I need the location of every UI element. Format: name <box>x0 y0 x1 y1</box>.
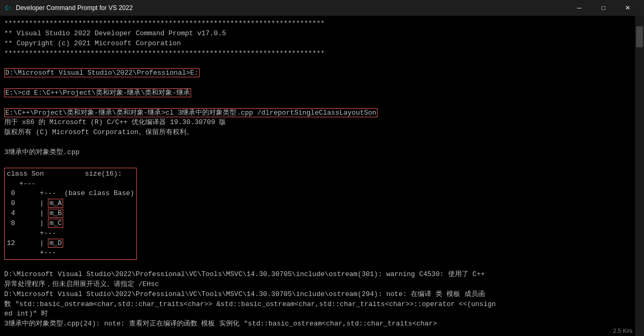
prompt-line-3: E:\C++\Project\类和对象-继承\类和对象-继承>cl 3继承中的对… <box>4 108 640 118</box>
stars-line-1: ****************************************… <box>4 19 640 29</box>
blank-3 <box>4 98 640 108</box>
copyright-line: ** Copyright (c) 2021 Microsoft Corporat… <box>4 39 640 49</box>
window-controls: ─ □ ✕ <box>567 0 640 16</box>
stars-line-2: ****************************************… <box>4 49 640 59</box>
minimize-button[interactable]: ─ <box>567 0 591 16</box>
prompt-highlight-1: D:\Microsoft Visual Studio\2022\Professi… <box>4 68 200 77</box>
prompt-highlight-3: E:\C++\Project\类和对象-继承\类和对象-继承>cl 3继承中的对… <box>4 108 378 117</box>
warn-line-1: D:\Microsoft Visual Studio\2022\Professi… <box>4 270 640 280</box>
close-button[interactable]: ✕ <box>616 0 640 16</box>
maximize-button[interactable]: □ <box>591 0 616 16</box>
blank-6 <box>4 260 640 270</box>
class-mb-line: 4 | m_B <box>7 209 134 219</box>
title-bar: C: Developer Command Prompt for VS 2022 … <box>0 0 644 16</box>
prompt-highlight-2: E:\>cd E:\C++\Project\类和对象-继承\类和对象-继承 <box>4 88 191 97</box>
compiler-line-1: 用于 x86 的 Microsoft (R) C/C++ 优化编译器 19.30… <box>4 118 640 128</box>
warn-line-6: 3继承中的对象类型.cpp(24): note: 查看对正在编译的函数 模板 实… <box>4 319 640 329</box>
blank-2 <box>4 78 640 88</box>
class-md-line: 12 | m_D <box>7 239 134 249</box>
class-def-line: class Son size(16): <box>7 169 134 179</box>
prompt-line-2: E:\>cd E:\C++\Project\类和对象-继承\类和对象-继承 <box>4 88 640 98</box>
compiler-line-2: 版权所有 (C) Microsoft Corporation。保留所有权利。 <box>4 128 640 138</box>
warn-line-4: 数 "std::basic_ostream<char,std::char_tra… <box>4 300 640 310</box>
scrollbar-thumb[interactable] <box>636 26 643 47</box>
app-icon: C: <box>4 4 13 12</box>
warn-line-3: D:\Microsoft Visual Studio\2022\Professi… <box>4 290 640 300</box>
network-speed: 2.5 Ki/s <box>613 328 632 334</box>
mc-highlight: m_C <box>48 219 63 228</box>
class-plus-line-2: +--- <box>7 229 134 239</box>
class-layout-block: class Son size(16): +--- 0 +--- (base cl… <box>4 168 137 260</box>
mb-highlight: m_B <box>48 209 63 218</box>
class-ma-line: 0 | m_A <box>7 199 134 209</box>
blank-4 <box>4 138 640 148</box>
warn-line-5: ed int)" 时 <box>4 309 640 319</box>
class-mc-line: 8 | m_C <box>7 219 134 229</box>
blank-1 <box>4 58 640 68</box>
filename-line: 3继承中的对象类型.cpp <box>4 148 640 158</box>
scrollbar[interactable] <box>635 16 644 336</box>
class-base-line: 0 +--- (base class Base) <box>7 189 134 199</box>
svg-text:C:: C: <box>5 5 12 11</box>
warn-line-2: 异常处理程序，但未启用展开语义。请指定 /EHsc <box>4 280 640 290</box>
status-bar: 2.5 Ki/s <box>613 328 632 334</box>
prompt-line-1: D:\Microsoft Visual Studio\2022\Professi… <box>4 68 640 78</box>
blank-5 <box>4 158 640 168</box>
terminal-window: ****************************************… <box>0 16 644 336</box>
class-plus-line-3: +--- <box>7 248 134 258</box>
class-plus-line-1: +--- <box>7 179 134 189</box>
vs-title-line: ** Visual Studio 2022 Developer Command … <box>4 29 640 39</box>
ma-highlight: m_A <box>48 199 63 208</box>
md-highlight: m_D <box>48 239 63 248</box>
window-title: Developer Command Prompt for VS 2022 <box>16 4 567 12</box>
